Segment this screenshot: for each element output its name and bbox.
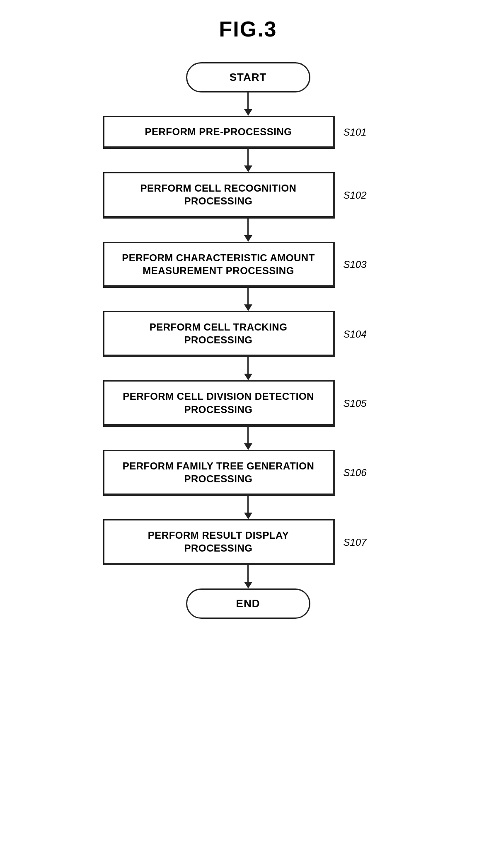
step-s106-wrapper: PERFORM FAMILY TREE GENERATION PROCESSIN… <box>103 450 393 496</box>
step-s106-box: PERFORM FAMILY TREE GENERATION PROCESSIN… <box>103 450 335 496</box>
step-s102-box: PERFORM CELL RECOGNITION PROCESSING <box>103 172 335 218</box>
step-s103-wrapper: PERFORM CHARACTERISTIC AMOUNT MEASUREMEN… <box>103 242 393 288</box>
step-s103-box: PERFORM CHARACTERISTIC AMOUNT MEASUREMEN… <box>103 242 335 288</box>
arrow-s103-s104 <box>244 288 252 311</box>
flowchart: START PERFORM PRE-PROCESSING S101 PERFOR… <box>103 62 393 619</box>
step-s101-wrapper: PERFORM PRE-PROCESSING S101 <box>103 116 393 149</box>
figure-title: FIG.3 <box>219 17 277 41</box>
step-s104-wrapper: PERFORM CELL TRACKING PROCESSING S104 <box>103 311 393 357</box>
step-s102-label: S102 <box>344 190 367 201</box>
step-s105-label: S105 <box>344 398 367 409</box>
step-s105-wrapper: PERFORM CELL DIVISION DETECTION PROCESSI… <box>103 380 393 426</box>
end-terminal: END <box>186 588 310 619</box>
arrow-s102-s103 <box>244 219 252 242</box>
arrow-s101-s102 <box>244 149 252 172</box>
step-s105-box: PERFORM CELL DIVISION DETECTION PROCESSI… <box>103 380 335 426</box>
step-s107-label: S107 <box>344 537 367 548</box>
step-s107-box: PERFORM RESULT DISPLAY PROCESSING <box>103 519 335 565</box>
step-s104-box: PERFORM CELL TRACKING PROCESSING <box>103 311 335 357</box>
arrow-s105-s106 <box>244 427 252 450</box>
start-terminal: START <box>186 62 310 92</box>
arrow-s107-end <box>244 565 252 588</box>
step-s101-label: S101 <box>344 126 367 138</box>
step-s102-wrapper: PERFORM CELL RECOGNITION PROCESSING S102 <box>103 172 393 218</box>
arrow-start-s101 <box>244 92 252 116</box>
step-s101-box: PERFORM PRE-PROCESSING <box>103 116 335 149</box>
step-s103-label: S103 <box>344 259 367 270</box>
arrow-s106-s107 <box>244 496 252 519</box>
step-s107-wrapper: PERFORM RESULT DISPLAY PROCESSING S107 <box>103 519 393 565</box>
arrow-s104-s105 <box>244 357 252 380</box>
step-s104-label: S104 <box>344 328 367 340</box>
step-s106-label: S106 <box>344 467 367 479</box>
